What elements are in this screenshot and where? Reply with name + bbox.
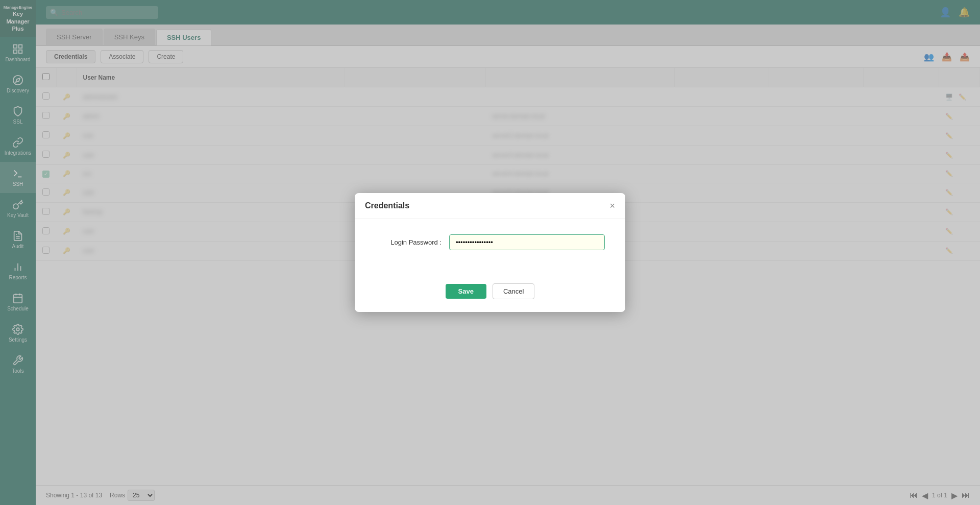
modal-footer: Save Cancel [355, 276, 625, 312]
save-button[interactable]: Save [446, 284, 486, 299]
modal-header: Credentials × [355, 193, 625, 219]
cancel-button[interactable]: Cancel [493, 283, 534, 299]
password-label: Login Password : [375, 238, 442, 246]
password-form-row: Login Password : [375, 234, 605, 250]
modal-overlay[interactable]: Credentials × Login Password : Save Canc… [0, 0, 980, 505]
password-input[interactable] [449, 234, 605, 250]
credentials-modal: Credentials × Login Password : Save Canc… [355, 193, 625, 312]
modal-close-button[interactable]: × [609, 201, 615, 210]
modal-body: Login Password : [355, 219, 625, 276]
modal-title: Credentials [365, 201, 409, 210]
